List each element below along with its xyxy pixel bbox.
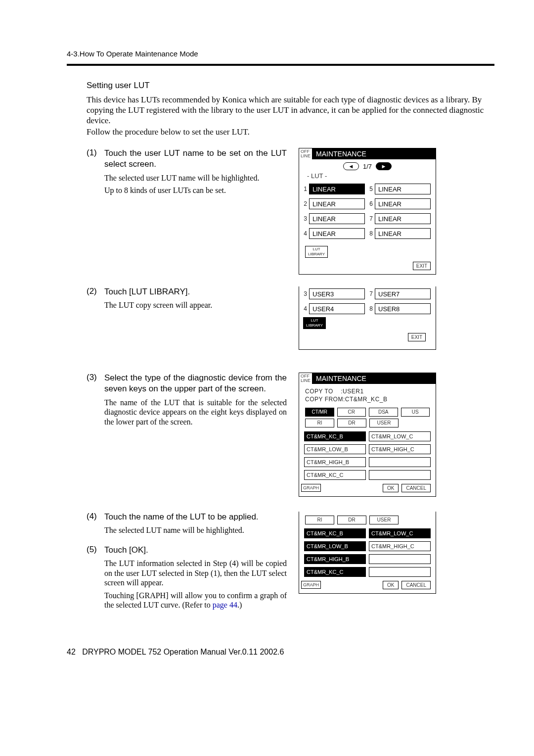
step-1-body-2: Up to 8 kinds of user LUTs can be set. [104, 186, 287, 195]
graph-button-2[interactable]: GRAPH [301, 581, 321, 589]
step-5-body-1: The LUT information selected in Step (4)… [104, 559, 287, 588]
header-rule [67, 64, 494, 66]
ok-button[interactable]: OK [383, 484, 399, 492]
cancel-button[interactable]: CANCEL [401, 484, 431, 492]
ok-button-2[interactable]: OK [383, 581, 399, 589]
lut-slot-1[interactable]: LINEAR [309, 184, 365, 194]
step-4-num: (4) [87, 512, 100, 522]
type-user-2[interactable]: USER [369, 516, 399, 524]
step-5-num: (5) [87, 545, 100, 556]
library-lut2-4l[interactable]: CT&MR_KC_C [304, 567, 366, 577]
offline-chip: OFFLINE [299, 148, 312, 159]
lut-slot-4[interactable]: LINEAR [309, 228, 365, 239]
cancel-button-2[interactable]: CANCEL [401, 581, 431, 589]
section-para-2: Follow the procedure below to set the us… [87, 127, 494, 137]
library-lut-1l[interactable]: CT&MR_KC_B [304, 431, 366, 441]
page-next-button[interactable]: ► [376, 162, 392, 170]
user-slot-7[interactable]: USER7 [375, 288, 431, 299]
user-slot-8[interactable]: USER8 [375, 303, 431, 314]
type-ctmr[interactable]: CT/MR [305, 408, 334, 417]
library-lut-4l[interactable]: CT&MR_KC_C [304, 470, 366, 480]
lut-slot-3[interactable]: LINEAR [309, 213, 365, 224]
library-lut-4r[interactable] [369, 470, 431, 480]
type-dr[interactable]: DR [337, 419, 366, 427]
step-5-title: Touch [OK]. [104, 545, 148, 556]
type-user[interactable]: USER [369, 419, 399, 427]
footer-text: DRYPRO MODEL 752 Operation Manual Ver.0.… [82, 648, 284, 656]
page-footer: 42 DRYPRO MODEL 752 Operation Manual Ver… [67, 648, 494, 657]
type-ri-2[interactable]: RI [305, 516, 334, 524]
panel3-title: MAINTENANCE [316, 375, 366, 382]
step-2-num: (2) [87, 286, 100, 297]
step-3-num: (3) [87, 373, 100, 394]
lut-slot-2[interactable]: LINEAR [309, 198, 365, 209]
offline-chip-2: OFFLINE [299, 373, 312, 384]
page-link[interactable]: page 44 [213, 601, 237, 609]
exit-button[interactable]: EXIT [413, 262, 431, 270]
library-lut2-2r[interactable]: CT&MR_HIGH_C [369, 541, 431, 551]
user-slot-3[interactable]: USER3 [309, 288, 365, 299]
library-lut2-2l[interactable]: CT&MR_LOW_B [304, 541, 366, 551]
library-lut2-3r[interactable] [369, 554, 431, 564]
lut-copy-panel: OFFLINE MAINTENANCE COPY TO :USER1 COPY … [299, 373, 436, 496]
graph-button[interactable]: GRAPH [301, 484, 321, 492]
lut-slot-5[interactable]: LINEAR [375, 184, 431, 194]
lut-library-button-selected[interactable]: LUTLIBRARY [303, 317, 326, 329]
page-indicator: 1/7 [363, 163, 372, 170]
lut-library-button[interactable]: LUTLIBRARY [305, 246, 328, 258]
step-2-title: Touch [LUT LIBRARY]. [104, 286, 190, 297]
step-4-title: Touch the name of the LUT to be applied. [104, 512, 259, 522]
lut-slot-7[interactable]: LINEAR [375, 213, 431, 224]
type-us[interactable]: US [401, 408, 430, 417]
library-lut2-1r[interactable]: CT&MR_LOW_C [369, 528, 431, 538]
step-4-body: The selected LUT name will be highlighte… [104, 525, 287, 535]
section-title: Setting user LUT [87, 81, 494, 91]
lut-copy-panel-partial: RI DR USER CT&MR_KC_B CT&MR_LOW_C CT&MR_… [299, 512, 436, 594]
step-1-body-1: The selected user LUT name will be highl… [104, 173, 287, 183]
library-lut-2l[interactable]: CT&MR_LOW_B [304, 444, 366, 454]
type-cr[interactable]: CR [337, 408, 366, 417]
copy-from-line: COPY FROM:CT&MR_KC_B [305, 396, 387, 403]
step-1-num: (1) [87, 148, 100, 170]
page-number: 42 [67, 648, 76, 656]
library-lut2-1l[interactable]: CT&MR_KC_B [304, 528, 366, 538]
user-slot-4[interactable]: USER4 [309, 303, 365, 314]
copy-to-value: :USER1 [341, 388, 363, 395]
lut-label: - LUT - [299, 171, 436, 184]
step-3-body: The name of the LUT that is suitable for… [104, 398, 287, 427]
library-lut2-4r[interactable] [369, 567, 431, 577]
lut-select-panel: OFFLINE MAINTENANCE ◄ 1/7 ► - LUT - 1LIN… [299, 148, 436, 275]
library-lut-1r[interactable]: CT&MR_LOW_C [369, 431, 431, 441]
lut-slot-8[interactable]: LINEAR [375, 228, 431, 239]
lut-slot-6[interactable]: LINEAR [375, 198, 431, 209]
library-lut2-3l[interactable]: CT&MR_HIGH_B [304, 554, 366, 564]
step-5-body-2: Touching [GRAPH] will allow you to confi… [104, 591, 287, 610]
copy-to-label: COPY TO [305, 388, 333, 395]
type-dsa[interactable]: DSA [369, 408, 398, 417]
step-3-title: Select the type of the diagnostic device… [104, 373, 287, 394]
page-prev-button[interactable]: ◄ [343, 162, 359, 170]
step-1-title: Touch the user LUT name to be set on the… [104, 148, 287, 170]
section-para-1: This device has LUTs recommended by Koni… [87, 94, 494, 126]
exit-button-2[interactable]: EXIT [408, 333, 426, 341]
step-2-body: The LUT copy screen will appear. [104, 300, 287, 310]
library-lut-2r[interactable]: CT&MR_HIGH_C [369, 444, 431, 454]
lut-select-panel-partial: 3USER3 7USER7 4USER4 8USER8 LUTLIBRARY [299, 286, 436, 350]
page-header: 4-3.How To Operate Maintenance Mode [67, 49, 494, 64]
type-dr-2[interactable]: DR [337, 516, 366, 524]
panel1-title: MAINTENANCE [316, 150, 366, 158]
type-ri[interactable]: RI [305, 419, 334, 427]
library-lut-3r[interactable] [369, 457, 431, 467]
library-lut-3l[interactable]: CT&MR_HIGH_B [304, 457, 366, 467]
